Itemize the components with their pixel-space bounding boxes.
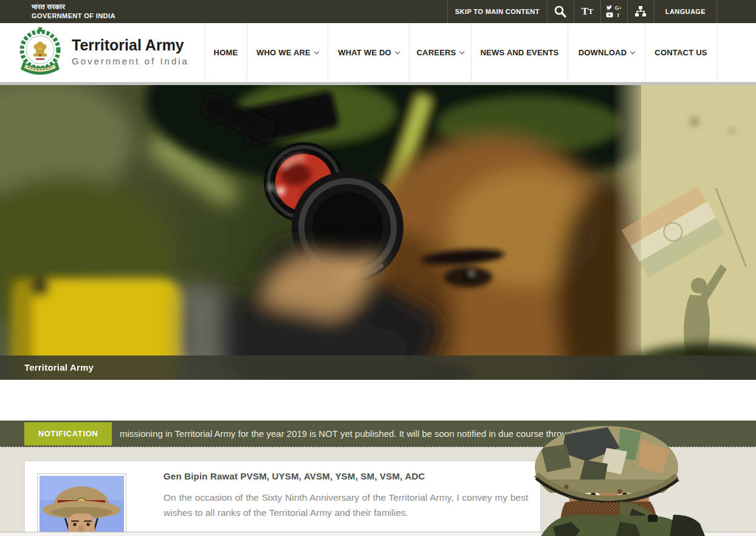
chief-message-body: On the occasion of the Sixty Ninth Anniv… bbox=[163, 490, 528, 520]
notification-button[interactable]: NOTIFICATION bbox=[24, 422, 112, 445]
soldier-graphic bbox=[529, 424, 711, 536]
government-of-india-label: भारत सरकार GOVERNMENT OF INDIA bbox=[0, 0, 115, 23]
skip-to-main-content-link[interactable]: SKIP TO MAIN CONTENT bbox=[447, 0, 547, 23]
territorial-army-logo bbox=[16, 27, 64, 82]
nav-item-contact-us[interactable]: CONTACT US bbox=[645, 23, 717, 82]
brand-block: Territorial Army Government of India bbox=[72, 36, 189, 82]
chief-message-text: Gen Bipin Rawat PVSM, UYSM, AVSM, YSM, S… bbox=[163, 471, 528, 520]
sitemap-icon bbox=[634, 5, 647, 18]
page: भारत सरकार GOVERNMENT OF INDIA SKIP TO M… bbox=[0, 0, 756, 536]
language-selector[interactable]: LANGUAGE bbox=[654, 0, 717, 23]
site-title: Territorial Army bbox=[72, 36, 189, 53]
content-spacer bbox=[0, 380, 756, 421]
government-topbar: भारत सरकार GOVERNMENT OF INDIA SKIP TO M… bbox=[0, 0, 756, 23]
hero-image bbox=[0, 85, 756, 380]
text-size-icon: T bbox=[582, 5, 588, 18]
facebook-icon: f bbox=[614, 12, 622, 19]
bottom-region: NOTIFICATION missioning in Territorial A… bbox=[0, 421, 756, 536]
portrait-image bbox=[40, 476, 124, 532]
social-links-button[interactable]: G+ f bbox=[600, 0, 627, 23]
nav-item-careers[interactable]: CAREERS bbox=[409, 23, 471, 82]
topbar-utility-links: SKIP TO MAIN CONTENT TT G+ bbox=[447, 0, 756, 23]
chevron-down-icon bbox=[630, 49, 635, 54]
search-icon bbox=[554, 5, 567, 18]
nav-item-news-and-events[interactable]: NEWS AND EVENTS bbox=[471, 23, 568, 82]
text-size-button[interactable]: TT bbox=[574, 0, 600, 23]
nav-item-who-we-are[interactable]: WHO WE ARE bbox=[247, 23, 328, 82]
soldier-image bbox=[529, 424, 711, 536]
twitter-icon bbox=[606, 5, 613, 11]
nav-item-download[interactable]: DOWNLOAD bbox=[568, 23, 645, 82]
notification-marquee[interactable]: missioning in Territorial Army for the y… bbox=[120, 428, 586, 439]
site-subtitle: Government of India bbox=[72, 56, 189, 66]
gen-bipin-rawat-photo bbox=[37, 473, 126, 532]
youtube-icon bbox=[606, 12, 613, 18]
main-navigation: HOME WHO WE ARE WHAT WE DO CAREERS NEWS … bbox=[204, 23, 717, 82]
nav-item-home[interactable]: HOME bbox=[204, 23, 247, 82]
google-plus-icon: G+ bbox=[614, 5, 622, 12]
chevron-down-icon bbox=[459, 49, 464, 54]
sitemap-button[interactable] bbox=[627, 0, 654, 23]
hero-caption: Territorial Army bbox=[0, 356, 756, 380]
site-header: Territorial Army Government of India HOM… bbox=[0, 23, 756, 82]
chevron-down-icon bbox=[395, 49, 400, 54]
government-english-text: GOVERNMENT OF INDIA bbox=[32, 12, 115, 21]
nav-item-what-we-do[interactable]: WHAT WE DO bbox=[328, 23, 409, 82]
chief-message-heading: Gen Bipin Rawat PVSM, UYSM, AVSM, YSM, S… bbox=[163, 471, 528, 481]
chief-message-card: Gen Bipin Rawat PVSM, UYSM, AVSM, YSM, S… bbox=[24, 461, 541, 532]
chevron-down-icon bbox=[314, 49, 319, 54]
social-icons: G+ f bbox=[606, 5, 622, 19]
government-hindi-text: भारत सरकार bbox=[32, 2, 115, 12]
emblem-icon bbox=[16, 27, 64, 81]
search-button[interactable] bbox=[547, 0, 574, 23]
hero-banner: Territorial Army bbox=[0, 85, 756, 380]
